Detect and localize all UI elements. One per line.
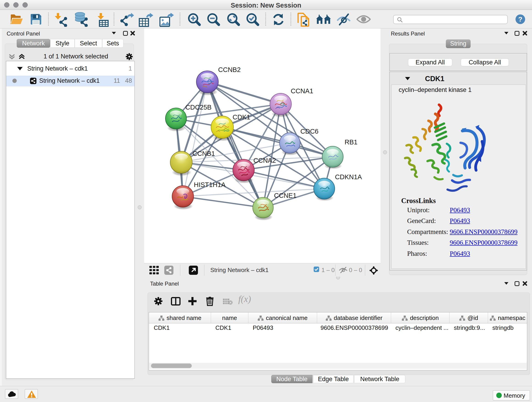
svg-text:CDK1: CDK1 xyxy=(233,114,250,121)
svg-text:CCNA2: CCNA2 xyxy=(253,157,276,164)
svg-text:HIST1H1A: HIST1H1A xyxy=(194,181,226,188)
svg-text:CCNB1: CCNB1 xyxy=(192,150,215,157)
svg-text:CDC6: CDC6 xyxy=(300,128,318,135)
svg-text:CDC25B: CDC25B xyxy=(185,104,211,111)
svg-text:?: ? xyxy=(518,15,522,23)
svg-text:CCNE1: CCNE1 xyxy=(274,192,297,199)
svg-text:CCNB2: CCNB2 xyxy=(218,66,241,73)
svg-text:RB1: RB1 xyxy=(345,138,357,146)
svg-text:CDKN1A: CDKN1A xyxy=(335,173,362,181)
svg-text:CCNA1: CCNA1 xyxy=(291,87,313,95)
